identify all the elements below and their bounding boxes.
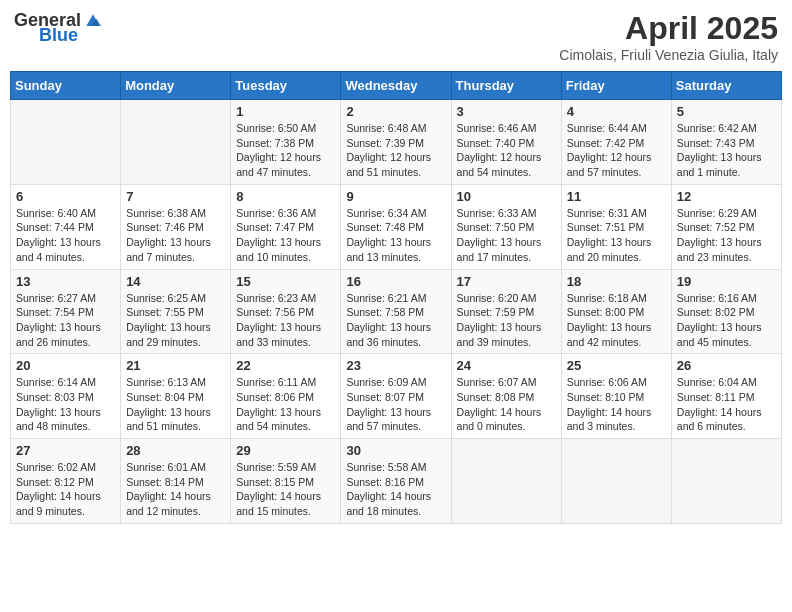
day-info: Sunrise: 6:18 AMSunset: 8:00 PMDaylight:… <box>567 291 666 350</box>
day-info: Sunrise: 5:58 AMSunset: 8:16 PMDaylight:… <box>346 460 445 519</box>
calendar-cell <box>451 439 561 524</box>
day-info: Sunrise: 5:59 AMSunset: 8:15 PMDaylight:… <box>236 460 335 519</box>
calendar-cell: 29Sunrise: 5:59 AMSunset: 8:15 PMDayligh… <box>231 439 341 524</box>
day-number: 9 <box>346 189 445 204</box>
calendar-cell: 17Sunrise: 6:20 AMSunset: 7:59 PMDayligh… <box>451 269 561 354</box>
weekday-header-saturday: Saturday <box>671 72 781 100</box>
calendar-cell: 24Sunrise: 6:07 AMSunset: 8:08 PMDayligh… <box>451 354 561 439</box>
day-number: 25 <box>567 358 666 373</box>
calendar-week-1: 1Sunrise: 6:50 AMSunset: 7:38 PMDaylight… <box>11 100 782 185</box>
day-info: Sunrise: 6:25 AMSunset: 7:55 PMDaylight:… <box>126 291 225 350</box>
day-info: Sunrise: 6:16 AMSunset: 8:02 PMDaylight:… <box>677 291 776 350</box>
calendar-cell: 4Sunrise: 6:44 AMSunset: 7:42 PMDaylight… <box>561 100 671 185</box>
calendar-cell: 19Sunrise: 6:16 AMSunset: 8:02 PMDayligh… <box>671 269 781 354</box>
calendar-cell: 16Sunrise: 6:21 AMSunset: 7:58 PMDayligh… <box>341 269 451 354</box>
day-info: Sunrise: 6:38 AMSunset: 7:46 PMDaylight:… <box>126 206 225 265</box>
day-info: Sunrise: 6:20 AMSunset: 7:59 PMDaylight:… <box>457 291 556 350</box>
calendar-cell: 25Sunrise: 6:06 AMSunset: 8:10 PMDayligh… <box>561 354 671 439</box>
weekday-header-wednesday: Wednesday <box>341 72 451 100</box>
calendar-cell: 7Sunrise: 6:38 AMSunset: 7:46 PMDaylight… <box>121 184 231 269</box>
weekday-header-monday: Monday <box>121 72 231 100</box>
day-number: 13 <box>16 274 115 289</box>
day-number: 8 <box>236 189 335 204</box>
calendar-cell: 26Sunrise: 6:04 AMSunset: 8:11 PMDayligh… <box>671 354 781 439</box>
calendar-cell: 12Sunrise: 6:29 AMSunset: 7:52 PMDayligh… <box>671 184 781 269</box>
calendar-cell: 9Sunrise: 6:34 AMSunset: 7:48 PMDaylight… <box>341 184 451 269</box>
day-number: 23 <box>346 358 445 373</box>
day-number: 1 <box>236 104 335 119</box>
calendar-cell: 2Sunrise: 6:48 AMSunset: 7:39 PMDaylight… <box>341 100 451 185</box>
day-number: 7 <box>126 189 225 204</box>
calendar-cell: 1Sunrise: 6:50 AMSunset: 7:38 PMDaylight… <box>231 100 341 185</box>
day-number: 6 <box>16 189 115 204</box>
logo-blue-text: Blue <box>39 25 78 46</box>
calendar-header-row: SundayMondayTuesdayWednesdayThursdayFrid… <box>11 72 782 100</box>
day-number: 22 <box>236 358 335 373</box>
calendar-cell: 13Sunrise: 6:27 AMSunset: 7:54 PMDayligh… <box>11 269 121 354</box>
logo-icon <box>83 11 103 31</box>
day-info: Sunrise: 6:40 AMSunset: 7:44 PMDaylight:… <box>16 206 115 265</box>
day-number: 24 <box>457 358 556 373</box>
logo: General Blue <box>14 10 103 46</box>
calendar-cell: 21Sunrise: 6:13 AMSunset: 8:04 PMDayligh… <box>121 354 231 439</box>
calendar-cell: 22Sunrise: 6:11 AMSunset: 8:06 PMDayligh… <box>231 354 341 439</box>
day-number: 30 <box>346 443 445 458</box>
day-info: Sunrise: 6:34 AMSunset: 7:48 PMDaylight:… <box>346 206 445 265</box>
day-number: 28 <box>126 443 225 458</box>
day-info: Sunrise: 6:48 AMSunset: 7:39 PMDaylight:… <box>346 121 445 180</box>
calendar-week-5: 27Sunrise: 6:02 AMSunset: 8:12 PMDayligh… <box>11 439 782 524</box>
day-info: Sunrise: 6:14 AMSunset: 8:03 PMDaylight:… <box>16 375 115 434</box>
calendar-week-2: 6Sunrise: 6:40 AMSunset: 7:44 PMDaylight… <box>11 184 782 269</box>
calendar-cell: 8Sunrise: 6:36 AMSunset: 7:47 PMDaylight… <box>231 184 341 269</box>
day-info: Sunrise: 6:36 AMSunset: 7:47 PMDaylight:… <box>236 206 335 265</box>
day-info: Sunrise: 6:07 AMSunset: 8:08 PMDaylight:… <box>457 375 556 434</box>
calendar-cell <box>121 100 231 185</box>
day-info: Sunrise: 6:46 AMSunset: 7:40 PMDaylight:… <box>457 121 556 180</box>
day-number: 12 <box>677 189 776 204</box>
calendar-cell: 28Sunrise: 6:01 AMSunset: 8:14 PMDayligh… <box>121 439 231 524</box>
calendar-cell: 27Sunrise: 6:02 AMSunset: 8:12 PMDayligh… <box>11 439 121 524</box>
day-number: 4 <box>567 104 666 119</box>
day-info: Sunrise: 6:27 AMSunset: 7:54 PMDaylight:… <box>16 291 115 350</box>
day-info: Sunrise: 6:44 AMSunset: 7:42 PMDaylight:… <box>567 121 666 180</box>
calendar-cell: 15Sunrise: 6:23 AMSunset: 7:56 PMDayligh… <box>231 269 341 354</box>
day-info: Sunrise: 6:21 AMSunset: 7:58 PMDaylight:… <box>346 291 445 350</box>
calendar-week-4: 20Sunrise: 6:14 AMSunset: 8:03 PMDayligh… <box>11 354 782 439</box>
calendar-cell: 11Sunrise: 6:31 AMSunset: 7:51 PMDayligh… <box>561 184 671 269</box>
day-info: Sunrise: 6:31 AMSunset: 7:51 PMDaylight:… <box>567 206 666 265</box>
day-number: 5 <box>677 104 776 119</box>
month-title: April 2025 <box>559 10 778 47</box>
day-number: 29 <box>236 443 335 458</box>
day-info: Sunrise: 6:50 AMSunset: 7:38 PMDaylight:… <box>236 121 335 180</box>
day-info: Sunrise: 6:06 AMSunset: 8:10 PMDaylight:… <box>567 375 666 434</box>
calendar-cell: 14Sunrise: 6:25 AMSunset: 7:55 PMDayligh… <box>121 269 231 354</box>
day-info: Sunrise: 6:11 AMSunset: 8:06 PMDaylight:… <box>236 375 335 434</box>
day-info: Sunrise: 6:04 AMSunset: 8:11 PMDaylight:… <box>677 375 776 434</box>
day-number: 14 <box>126 274 225 289</box>
day-number: 21 <box>126 358 225 373</box>
day-info: Sunrise: 6:33 AMSunset: 7:50 PMDaylight:… <box>457 206 556 265</box>
calendar-cell: 30Sunrise: 5:58 AMSunset: 8:16 PMDayligh… <box>341 439 451 524</box>
day-info: Sunrise: 6:02 AMSunset: 8:12 PMDaylight:… <box>16 460 115 519</box>
day-number: 19 <box>677 274 776 289</box>
calendar-cell <box>671 439 781 524</box>
day-info: Sunrise: 6:09 AMSunset: 8:07 PMDaylight:… <box>346 375 445 434</box>
day-number: 15 <box>236 274 335 289</box>
calendar-cell: 3Sunrise: 6:46 AMSunset: 7:40 PMDaylight… <box>451 100 561 185</box>
day-number: 3 <box>457 104 556 119</box>
day-info: Sunrise: 6:23 AMSunset: 7:56 PMDaylight:… <box>236 291 335 350</box>
weekday-header-sunday: Sunday <box>11 72 121 100</box>
calendar-cell: 6Sunrise: 6:40 AMSunset: 7:44 PMDaylight… <box>11 184 121 269</box>
calendar-cell: 18Sunrise: 6:18 AMSunset: 8:00 PMDayligh… <box>561 269 671 354</box>
day-info: Sunrise: 6:29 AMSunset: 7:52 PMDaylight:… <box>677 206 776 265</box>
day-number: 20 <box>16 358 115 373</box>
day-number: 26 <box>677 358 776 373</box>
calendar-cell <box>11 100 121 185</box>
day-number: 10 <box>457 189 556 204</box>
day-info: Sunrise: 6:01 AMSunset: 8:14 PMDaylight:… <box>126 460 225 519</box>
day-number: 16 <box>346 274 445 289</box>
location-subtitle: Cimolais, Friuli Venezia Giulia, Italy <box>559 47 778 63</box>
weekday-header-friday: Friday <box>561 72 671 100</box>
weekday-header-tuesday: Tuesday <box>231 72 341 100</box>
calendar-cell <box>561 439 671 524</box>
